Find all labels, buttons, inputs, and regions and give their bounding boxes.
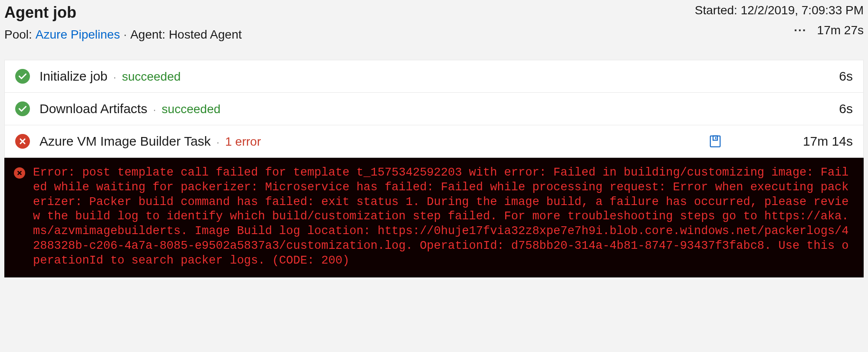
step-title-group: Download Artifacts · succeeded bbox=[39, 101, 220, 116]
separator-dot: · bbox=[113, 71, 116, 83]
more-actions-button[interactable]: ··· bbox=[794, 23, 806, 37]
step-name: Download Artifacts bbox=[39, 101, 147, 116]
job-header-right: Started: 12/2/2019, 7:09:33 PM ··· 17m 2… bbox=[695, 3, 864, 37]
step-name: Initialize job bbox=[39, 69, 108, 83]
success-icon bbox=[15, 69, 30, 84]
job-meta-row: Pool: Azure Pipelines · Agent: Hosted Ag… bbox=[4, 28, 242, 42]
step-duration: 17m 14s bbox=[792, 134, 853, 149]
disk-icon[interactable] bbox=[709, 135, 722, 148]
step-title-group: Azure VM Image Builder Task · 1 error bbox=[39, 134, 261, 149]
svg-rect-1 bbox=[713, 136, 717, 140]
step-name: Azure VM Image Builder Task bbox=[39, 134, 211, 148]
separator-dot: · bbox=[217, 136, 220, 148]
step-duration: 6s bbox=[792, 101, 853, 116]
svg-rect-0 bbox=[710, 136, 720, 147]
started-timestamp: Started: 12/2/2019, 7:09:33 PM bbox=[695, 3, 864, 17]
step-status-label: succeeded bbox=[162, 102, 220, 116]
agent-label: Agent: Hosted Agent bbox=[130, 28, 242, 42]
error-log-panel: Error: post template call failed for tem… bbox=[4, 158, 864, 277]
error-icon bbox=[15, 134, 30, 149]
page-title: Agent job bbox=[4, 3, 242, 22]
duration-row: ··· 17m 27s bbox=[794, 23, 864, 37]
success-icon bbox=[15, 101, 30, 116]
step-title-group: Initialize job · succeeded bbox=[39, 69, 181, 84]
step-row[interactable]: Initialize job · succeeded 6s bbox=[5, 60, 863, 93]
error-icon bbox=[14, 167, 25, 179]
pool-link[interactable]: Azure Pipelines bbox=[36, 28, 120, 42]
step-status-label: succeeded bbox=[122, 70, 181, 83]
error-message-text: Error: post template call failed for tem… bbox=[33, 166, 849, 268]
steps-list: Initialize job · succeeded 6s Download A… bbox=[4, 60, 864, 158]
step-row[interactable]: Download Artifacts · succeeded 6s bbox=[5, 93, 863, 125]
separator-dot: · bbox=[153, 104, 156, 115]
separator-dot: · bbox=[123, 28, 127, 42]
step-row[interactable]: Azure VM Image Builder Task · 1 error 17… bbox=[5, 125, 863, 157]
step-status-label: 1 error bbox=[225, 135, 261, 148]
step-duration: 6s bbox=[792, 69, 853, 84]
job-header: Agent job Pool: Azure Pipelines · Agent:… bbox=[0, 0, 868, 52]
job-header-left: Agent job Pool: Azure Pipelines · Agent:… bbox=[4, 3, 242, 42]
pool-label: Pool: bbox=[4, 28, 32, 42]
total-duration: 17m 27s bbox=[817, 23, 864, 37]
